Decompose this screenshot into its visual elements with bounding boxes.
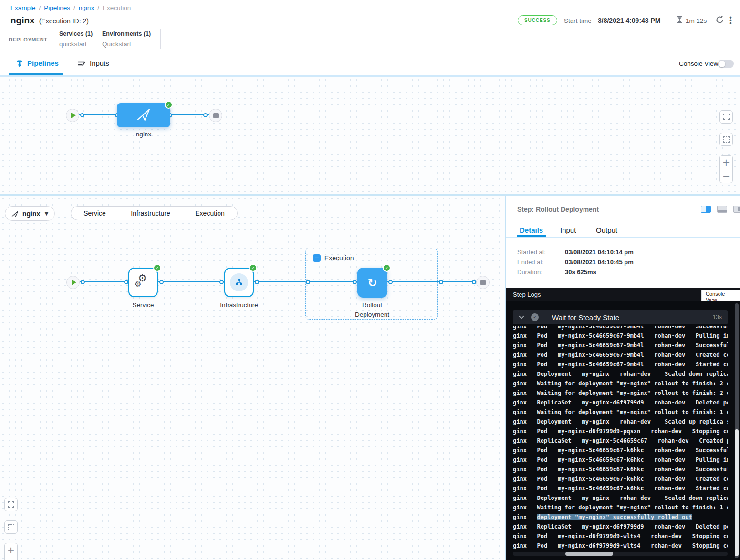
breadcrumb-separator: /	[73, 4, 75, 11]
pipeline-node-nginx[interactable]	[117, 103, 170, 127]
console-view-toggle[interactable]	[718, 60, 734, 68]
chevron-down-icon[interactable]	[519, 315, 524, 319]
breadcrumb-nginx[interactable]: nginx	[79, 4, 94, 11]
layout-bottom-button[interactable]	[717, 206, 727, 213]
log-console[interactable]: ✓ Wait for Steady State 13s ginx Pod my-…	[506, 301, 740, 560]
log-lines[interactable]: ginx Pod my-nginx-5c46659c67-9mb4l rohan…	[513, 326, 728, 549]
canvas-zoom-in-button[interactable]: +	[4, 543, 18, 557]
stage-selector-label: nginx	[22, 210, 40, 218]
bottom-view-icon	[717, 206, 727, 213]
collapse-group-button[interactable]: −	[313, 254, 321, 262]
log-line: ginx Deployment my-nginx rohan-dev Scale…	[513, 417, 728, 426]
log-line: ginx Pod my-nginx-5c46659c67-9mb4l rohan…	[513, 341, 728, 350]
kebab-menu-icon[interactable]: •••	[729, 16, 732, 25]
log-line: ginx Deployment my-nginx rohan-dev Scale…	[513, 493, 728, 503]
step-logs-title: Step Logs	[513, 291, 541, 298]
log-group-header[interactable]: ✓ Wait for Steady State 13s	[513, 310, 728, 324]
detail-label: Ended at:	[517, 259, 544, 266]
canvas-zoom-out-button[interactable]: −	[719, 169, 733, 183]
tab-infrastructure[interactable]: Infrastructure	[131, 209, 170, 217]
chevron-down-icon: ▼	[44, 210, 48, 217]
log-line: ginx Pod my-nginx-5c46659c67-k6hkc rohan…	[513, 484, 728, 493]
log-line: ginx Pod my-nginx-5c46659c67-9mb4l rohan…	[513, 350, 728, 360]
tab-service[interactable]: Service	[83, 209, 106, 217]
tab-pipelines[interactable]: Pipelines	[27, 59, 59, 67]
pipeline-edge	[79, 114, 117, 115]
canvas-zoom-in-button[interactable]: +	[719, 155, 733, 169]
canvas-fit-button[interactable]	[719, 133, 733, 146]
success-check-badge: ✓	[249, 264, 257, 272]
step-node-rollout-deployment[interactable]: ↻	[357, 268, 387, 298]
canvas-fit-button[interactable]	[4, 520, 18, 534]
step-label-infrastructure: Infrastructure	[220, 301, 258, 309]
stage-tabs: Service Infrastructure Execution	[71, 206, 238, 220]
detail-label: Duration:	[517, 269, 542, 276]
refresh-button[interactable]	[715, 15, 724, 26]
right-view-icon	[733, 206, 740, 213]
layout-split-right-button[interactable]	[701, 206, 711, 213]
edge-port	[124, 280, 128, 284]
execution-id: (Execution ID: 2)	[39, 17, 89, 25]
services-label: Services (1)	[59, 31, 93, 37]
selection-frame-icon	[8, 524, 14, 530]
tab-input[interactable]: Input	[560, 226, 576, 234]
canvas-zoom-out-button[interactable]: −	[4, 557, 18, 560]
page-title: nginx	[10, 15, 35, 26]
paper-plane-icon	[135, 107, 152, 124]
log-line: ginx ReplicaSet my-nginx-d6f9799d9 rohan…	[513, 522, 728, 531]
log-line: ginx deployment "my-nginx" successfully …	[513, 512, 728, 522]
paper-plane-icon	[11, 210, 19, 218]
breadcrumb-separator: /	[97, 4, 99, 11]
edge-port	[159, 280, 164, 284]
breadcrumb: Example / Pipelines / nginx / Execution	[10, 4, 131, 11]
detail-label: Started at:	[517, 249, 546, 256]
tab-details[interactable]: Details	[520, 226, 543, 234]
status-badge: SUCCESS	[518, 15, 557, 25]
pipeline-canvas[interactable]	[0, 77, 740, 194]
play-icon	[72, 280, 76, 285]
pipeline-node-label: nginx	[136, 131, 151, 138]
edge-port	[219, 280, 224, 284]
tab-output[interactable]: Output	[596, 226, 617, 234]
log-line: ginx Pod my-nginx-5c46659c67-9mb4l rohan…	[513, 360, 728, 369]
canvas-fullscreen-button[interactable]	[4, 498, 18, 511]
stop-icon	[480, 280, 486, 285]
breadcrumb-example[interactable]: Example	[10, 4, 36, 11]
horizontal-scrollbar-thumb[interactable]	[565, 552, 613, 556]
breadcrumb-execution: Execution	[103, 4, 131, 11]
stage-start-node	[66, 276, 80, 289]
stop-icon	[213, 113, 219, 118]
step-node-service[interactable]: ⚙ ⚙	[128, 268, 158, 297]
log-line: ginx ReplicaSet my-nginx-5c46659c67 roha…	[513, 436, 728, 446]
log-line: ginx Pod my-nginx-d6f9799d9-pqsxn rohan-…	[513, 426, 728, 436]
tab-execution[interactable]: Execution	[195, 209, 224, 217]
vertical-scrollbar-thumb[interactable]	[735, 429, 739, 556]
edge-port	[439, 280, 443, 284]
step-logs-bar: Step Logs Console View	[506, 288, 740, 301]
step-label-rollout: Rollout	[362, 301, 382, 309]
edge-port	[81, 280, 85, 284]
header-divider	[160, 29, 161, 49]
deployment-label: DEPLOYMENT	[9, 37, 47, 42]
log-group-duration: 13s	[713, 314, 722, 321]
horizontal-scrollbar[interactable]	[513, 552, 728, 556]
step-detail-panel: Step: Rollout Deployment Details Input O…	[505, 196, 740, 560]
selection-frame-icon	[723, 136, 730, 143]
view-tabbar	[0, 51, 740, 75]
split-view-icon	[701, 206, 711, 213]
step-node-infrastructure[interactable]	[224, 268, 254, 297]
stage-selector[interactable]: nginx ▼	[5, 206, 55, 221]
play-icon	[71, 113, 76, 118]
tab-inputs[interactable]: Inputs	[90, 59, 109, 67]
step-panel-title: Step: Rollout Deployment	[517, 206, 599, 213]
success-check-badge: ✓	[383, 264, 391, 272]
vertical-scrollbar[interactable]	[735, 303, 739, 558]
gears-icon: ⚙ ⚙	[135, 274, 151, 290]
success-check-badge: ✓	[165, 101, 173, 109]
stage-end-node	[476, 276, 490, 289]
canvas-fullscreen-button[interactable]	[719, 110, 733, 124]
edge-port	[255, 280, 259, 284]
breadcrumb-pipelines[interactable]: Pipelines	[44, 4, 70, 11]
layout-right-button[interactable]	[733, 206, 740, 213]
log-line: ginx Waiting for deployment "my-nginx" r…	[513, 379, 728, 388]
